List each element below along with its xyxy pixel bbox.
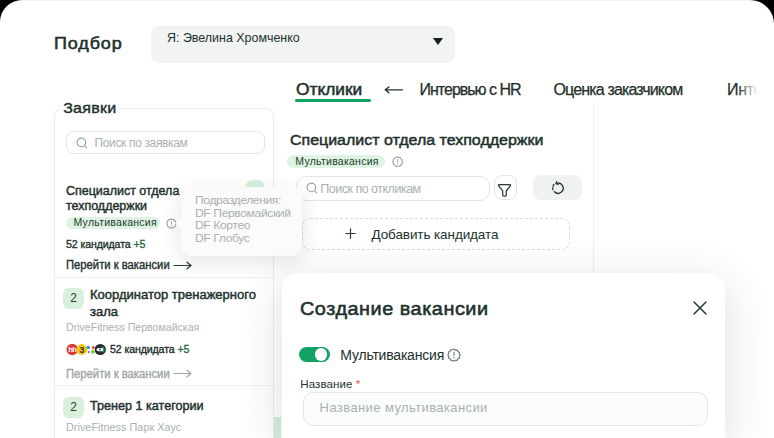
svg-text:hh: hh xyxy=(68,345,77,354)
svg-text:3: 3 xyxy=(79,345,84,355)
